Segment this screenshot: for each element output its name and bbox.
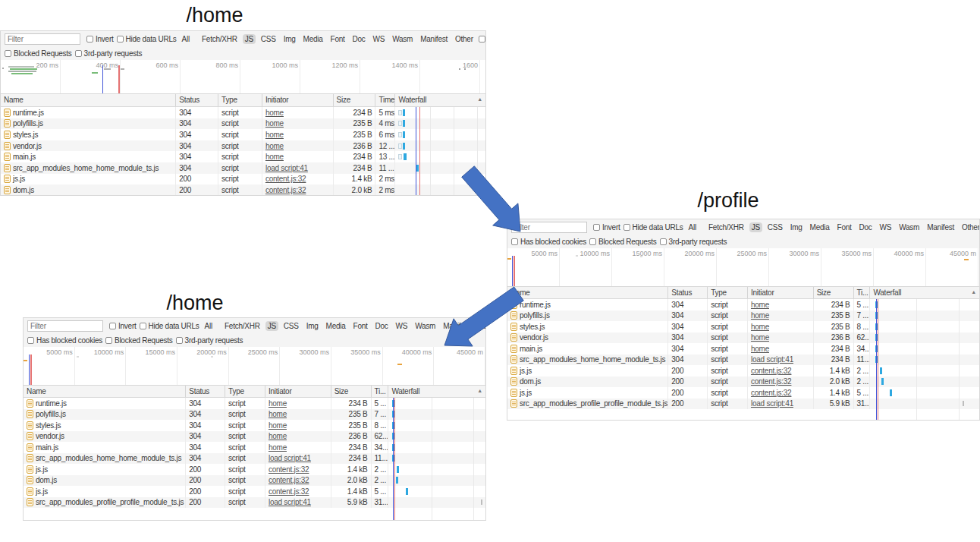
initiator-link[interactable]: home <box>269 410 287 418</box>
filter-type-js[interactable]: JS <box>243 34 256 44</box>
filter-type-other[interactable]: Other <box>453 34 476 44</box>
request-row[interactable]: src_app_modules_profile_profile_module_t… <box>507 399 979 410</box>
column-header-initiator[interactable]: Initiator <box>748 287 814 298</box>
column-header-time[interactable]: Time <box>375 94 395 106</box>
request-row[interactable]: styles.js304scripthome235 B8 ... <box>24 420 485 431</box>
filter-input[interactable] <box>27 320 103 332</box>
request-row[interactable]: dom.js200scriptcontent.js:322.0 kB2 ... <box>24 475 485 487</box>
filter-type-wasm[interactable]: Wasm <box>413 321 438 331</box>
request-row[interactable]: runtime.js304scripthome234 B5 ... <box>507 299 979 310</box>
initiator-link[interactable]: load script:41 <box>751 399 793 408</box>
initiator-link[interactable]: content.js:32 <box>265 186 306 194</box>
filter-type-ws[interactable]: WS <box>394 321 410 331</box>
initiator-link[interactable]: content.js:32 <box>269 487 309 496</box>
request-row[interactable]: js.js200scriptcontent.js:321.4 kB2 ms <box>1 174 485 185</box>
filter-input[interactable] <box>511 222 587 233</box>
checkbox-blocked-requests[interactable]: Blocked Requests <box>105 336 173 345</box>
initiator-link[interactable]: home <box>269 443 287 452</box>
request-row[interactable]: src_app_modules_home_home_module_ts.js30… <box>507 355 979 366</box>
checkbox-3rd-party-requests[interactable]: 3rd-party requests <box>660 238 727 246</box>
initiator-link[interactable]: load script:41 <box>269 454 311 462</box>
filter-type-css[interactable]: CSS <box>259 34 278 44</box>
filter-type-img[interactable]: Img <box>281 34 298 44</box>
checkbox-has-blocked-cookies[interactable]: Has blocked cookies <box>511 238 586 246</box>
initiator-link[interactable]: home <box>269 399 287 408</box>
request-row[interactable]: js.js200scriptcontent.js:321.4 kB2 ... <box>507 365 979 377</box>
request-row[interactable]: runtime.js304scripthome234 B5 ... <box>24 398 485 409</box>
checkbox-hide-data-urls[interactable]: Hide data URLs <box>623 223 683 232</box>
initiator-link[interactable]: content.js:32 <box>269 476 309 484</box>
request-row[interactable]: src_app_modules_home_home_module_ts.js30… <box>24 453 485 465</box>
filter-type-ws[interactable]: WS <box>371 34 388 44</box>
request-row[interactable]: js.js200scriptcontent.js:321.4 kB5 ... <box>507 387 979 399</box>
filter-type-manifest[interactable]: Manifest <box>925 222 956 232</box>
initiator-link[interactable]: content.js:32 <box>269 465 309 474</box>
filter-type-css[interactable]: CSS <box>281 321 301 331</box>
initiator-link[interactable]: home <box>751 311 769 320</box>
initiator-link[interactable]: home <box>751 323 769 331</box>
filter-type-ws[interactable]: WS <box>878 222 894 232</box>
checkbox-3rd-party-requests[interactable]: 3rd-party requests <box>176 336 243 345</box>
column-header-ti[interactable]: Ti... <box>854 287 871 298</box>
initiator-link[interactable]: content.js:32 <box>751 389 791 397</box>
request-row[interactable]: styles.js304scripthome235 B8 ... <box>507 321 979 332</box>
request-row[interactable]: styles.js304scripthome235 B6 ms <box>1 129 485 140</box>
filter-type-manifest[interactable]: Manifest <box>441 321 473 331</box>
filter-type-doc[interactable]: Doc <box>350 34 368 44</box>
initiator-link[interactable]: content.js:32 <box>751 367 791 375</box>
filter-type-fetch-xhr[interactable]: Fetch/XHR <box>199 34 240 44</box>
checkbox-has-blocked-cookies[interactable]: Has blocked cookies <box>479 35 485 43</box>
request-row[interactable]: vendor.js304scripthome236 B62... <box>24 431 485 443</box>
column-header-waterfall[interactable]: Waterfall▲ <box>388 386 485 397</box>
initiator-link[interactable]: home <box>265 109 284 117</box>
filter-type-font[interactable]: Font <box>328 34 347 44</box>
request-row[interactable]: polyfills.js304scripthome235 B4 ms <box>1 118 485 130</box>
request-row[interactable]: js.js200scriptcontent.js:321.4 kB5 ... <box>24 486 485 497</box>
filter-type-img[interactable]: Img <box>304 321 321 331</box>
request-row[interactable]: main.js304scripthome234 B34... <box>24 442 485 453</box>
checkbox-invert[interactable]: Invert <box>86 35 114 43</box>
filter-type-all[interactable]: All <box>180 34 192 44</box>
column-header-name[interactable]: Name <box>507 287 668 298</box>
filter-input[interactable] <box>5 33 80 45</box>
filter-type-media[interactable]: Media <box>301 34 325 44</box>
request-row[interactable]: src_app_modules_home_home_module_ts.js30… <box>1 162 485 174</box>
checkbox-invert[interactable]: Invert <box>109 322 137 330</box>
column-header-status[interactable]: Status <box>186 386 225 397</box>
request-row[interactable]: main.js304scripthome234 B13 ... <box>1 151 485 162</box>
checkbox-hide-data-urls[interactable]: Hide data URLs <box>140 322 199 330</box>
filter-type-doc[interactable]: Doc <box>373 321 391 331</box>
checkbox-3rd-party-requests[interactable]: 3rd-party requests <box>75 49 143 58</box>
column-header-ti[interactable]: Ti... <box>372 386 389 397</box>
filter-type-font[interactable]: Font <box>351 321 370 331</box>
column-header-size[interactable]: Size <box>334 94 376 106</box>
initiator-link[interactable]: home <box>751 333 769 342</box>
filter-type-all[interactable]: All <box>686 222 699 232</box>
column-header-name[interactable]: Name <box>24 386 186 397</box>
initiator-link[interactable]: home <box>751 301 769 309</box>
initiator-link[interactable]: load script:41 <box>269 498 311 506</box>
checkbox-blocked-requests[interactable]: Blocked Requests <box>589 238 657 246</box>
initiator-link[interactable]: home <box>265 119 284 128</box>
request-row[interactable]: runtime.js304scripthome234 B5 ms <box>1 107 485 118</box>
initiator-link[interactable]: load script:41 <box>751 355 793 364</box>
column-header-size[interactable]: Size <box>814 287 854 298</box>
checkbox-has-blocked-cookies[interactable]: Has blocked cookies <box>27 336 102 345</box>
initiator-link[interactable]: home <box>265 142 284 150</box>
request-row[interactable]: dom.js200scriptcontent.js:322.0 kB2 ms <box>1 184 485 196</box>
initiator-link[interactable]: home <box>265 131 284 139</box>
column-header-initiator[interactable]: Initiator <box>265 386 331 397</box>
initiator-link[interactable]: home <box>751 345 769 353</box>
request-row[interactable]: dom.js200scriptcontent.js:322.0 kB2 ... <box>507 377 979 388</box>
initiator-link[interactable]: home <box>269 421 287 430</box>
column-header-status[interactable]: Status <box>668 287 708 298</box>
filter-type-media[interactable]: Media <box>324 321 348 331</box>
request-row[interactable]: main.js304scripthome234 B34... <box>507 343 979 355</box>
column-header-waterfall[interactable]: Waterfall▲ <box>870 287 979 298</box>
filter-type-js[interactable]: JS <box>265 321 278 331</box>
checkbox-blocked-requests[interactable]: Blocked Requests <box>5 49 72 58</box>
initiator-link[interactable]: home <box>269 432 287 440</box>
column-header-status[interactable]: Status <box>176 94 218 106</box>
initiator-link[interactable]: load script:41 <box>265 164 308 172</box>
filter-type-doc[interactable]: Doc <box>857 222 875 232</box>
